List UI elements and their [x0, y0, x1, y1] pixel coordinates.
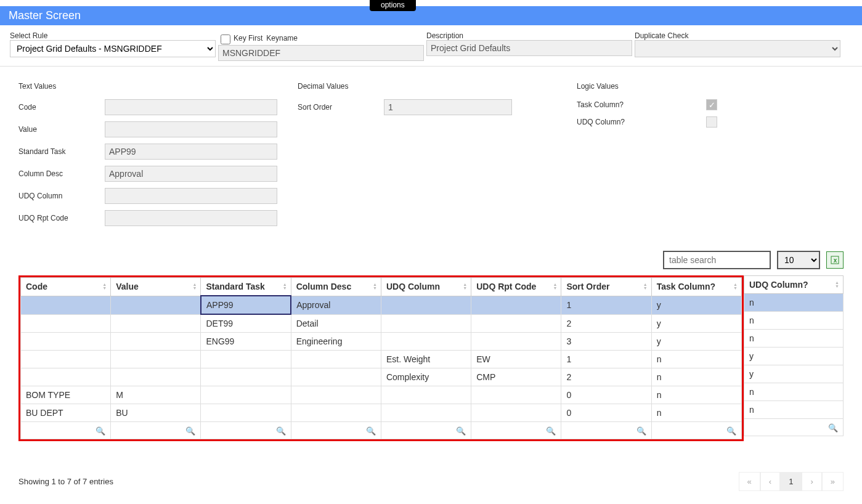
- pager-last[interactable]: »: [822, 472, 844, 491]
- udqcol-input[interactable]: [105, 188, 277, 204]
- table-cell[interactable]: [21, 351, 111, 368]
- pager-prev[interactable]: ‹: [760, 472, 780, 491]
- table-cell[interactable]: [111, 314, 201, 333]
- table-row[interactable]: BU DEPTBU0n: [21, 404, 742, 422]
- table-row[interactable]: n: [744, 383, 843, 401]
- col-header[interactable]: Value▲▼: [111, 278, 201, 296]
- table-cell[interactable]: Est. Weight: [381, 351, 471, 368]
- table-cell[interactable]: n: [744, 312, 843, 330]
- table-cell[interactable]: 3: [561, 333, 651, 351]
- col-header[interactable]: Code▲▼: [21, 278, 111, 296]
- value-input[interactable]: [105, 121, 277, 137]
- table-row[interactable]: n: [744, 401, 843, 419]
- table-cell[interactable]: n: [744, 294, 843, 312]
- udqrpt-input[interactable]: [105, 210, 277, 226]
- table-cell[interactable]: [381, 333, 471, 351]
- table-cell[interactable]: [471, 314, 561, 333]
- table-row[interactable]: APP99Approval1y: [21, 296, 742, 314]
- table-cell[interactable]: 1: [561, 351, 651, 368]
- table-cell[interactable]: ENG99: [201, 333, 291, 351]
- sort-icon[interactable]: ▲▼: [102, 283, 107, 290]
- column-filter[interactable]: 🔍: [651, 422, 741, 439]
- table-cell[interactable]: Complexity: [381, 368, 471, 386]
- table-cell[interactable]: [471, 386, 561, 404]
- table-cell[interactable]: n: [744, 383, 843, 401]
- table-search-input[interactable]: [663, 251, 771, 269]
- table-row[interactable]: y: [744, 348, 843, 365]
- col-header[interactable]: Task Column?▲▼: [651, 278, 741, 296]
- table-row[interactable]: n: [744, 312, 843, 330]
- sort-icon[interactable]: ▲▼: [733, 283, 738, 290]
- column-filter[interactable]: 🔍: [561, 422, 651, 439]
- task-column-checkbox[interactable]: [706, 99, 717, 110]
- table-cell[interactable]: 2: [561, 314, 651, 333]
- sort-order-input[interactable]: [384, 99, 512, 115]
- table-cell[interactable]: Approval: [291, 296, 381, 314]
- column-filter[interactable]: 🔍: [471, 422, 561, 439]
- table-cell[interactable]: BOM TYPE: [21, 386, 111, 404]
- table-cell[interactable]: [471, 404, 561, 422]
- table-cell[interactable]: [21, 333, 111, 351]
- table-cell[interactable]: [291, 368, 381, 386]
- table-cell[interactable]: [201, 368, 291, 386]
- stdtask-input[interactable]: [105, 144, 277, 160]
- table-cell[interactable]: DET99: [201, 314, 291, 333]
- sort-icon[interactable]: ▲▼: [193, 283, 197, 290]
- table-row[interactable]: Est. WeightEW1n: [21, 351, 742, 368]
- table-cell[interactable]: [21, 368, 111, 386]
- table-cell[interactable]: [291, 404, 381, 422]
- table-row[interactable]: BOM TYPEM0n: [21, 386, 742, 404]
- select-rule-dropdown[interactable]: Project Grid Defaults - MSNGRIDDEF: [10, 40, 216, 57]
- table-row[interactable]: y: [744, 365, 843, 383]
- code-input[interactable]: [105, 99, 277, 115]
- sort-icon[interactable]: ▲▼: [835, 281, 839, 288]
- table-row[interactable]: n: [744, 294, 843, 312]
- table-cell[interactable]: y: [651, 314, 741, 333]
- table-cell[interactable]: y: [651, 296, 741, 314]
- sort-icon[interactable]: ▲▼: [463, 283, 467, 290]
- table-cell[interactable]: [21, 314, 111, 333]
- table-cell[interactable]: 2: [561, 368, 651, 386]
- table-cell[interactable]: [201, 351, 291, 368]
- table-cell[interactable]: n: [651, 386, 741, 404]
- table-row[interactable]: n: [744, 330, 843, 348]
- table-cell[interactable]: 0: [561, 386, 651, 404]
- column-filter[interactable]: 🔍: [291, 422, 381, 439]
- table-cell[interactable]: BU DEPT: [21, 404, 111, 422]
- table-cell[interactable]: [291, 351, 381, 368]
- table-cell[interactable]: n: [744, 330, 843, 348]
- table-row[interactable]: ENG99Engineering3y: [21, 333, 742, 351]
- table-cell[interactable]: n: [651, 404, 741, 422]
- key-first-checkbox[interactable]: [221, 35, 230, 44]
- table-cell[interactable]: n: [744, 401, 843, 419]
- table-cell[interactable]: [111, 296, 201, 314]
- pager-page-1[interactable]: 1: [780, 472, 802, 491]
- dupe-check-dropdown[interactable]: [635, 40, 840, 57]
- table-cell[interactable]: [381, 404, 471, 422]
- col-header[interactable]: Column Desc▲▼: [291, 278, 381, 296]
- table-cell[interactable]: [111, 351, 201, 368]
- table-cell[interactable]: n: [651, 351, 741, 368]
- table-cell[interactable]: Detail: [291, 314, 381, 333]
- col-header[interactable]: Standard Task▲▼: [201, 278, 291, 296]
- table-cell[interactable]: y: [651, 333, 741, 351]
- table-row[interactable]: ComplexityCMP2n: [21, 368, 742, 386]
- table-cell[interactable]: [21, 296, 111, 314]
- coldesc-input[interactable]: [105, 166, 277, 182]
- table-cell[interactable]: [201, 386, 291, 404]
- options-tab[interactable]: options: [370, 0, 416, 11]
- keyname-input[interactable]: [218, 45, 424, 61]
- table-cell[interactable]: [111, 368, 201, 386]
- table-cell[interactable]: [111, 333, 201, 351]
- column-filter[interactable]: 🔍: [111, 422, 201, 439]
- description-input[interactable]: [426, 40, 632, 56]
- column-filter[interactable]: 🔍: [744, 419, 843, 436]
- sort-icon[interactable]: ▲▼: [283, 283, 287, 290]
- table-cell[interactable]: [201, 404, 291, 422]
- pagesize-select[interactable]: 10: [777, 251, 820, 269]
- pager-next[interactable]: ›: [802, 472, 821, 491]
- table-cell[interactable]: [471, 333, 561, 351]
- column-filter[interactable]: 🔍: [21, 422, 111, 439]
- table-cell[interactable]: [381, 386, 471, 404]
- table-cell[interactable]: [381, 296, 471, 314]
